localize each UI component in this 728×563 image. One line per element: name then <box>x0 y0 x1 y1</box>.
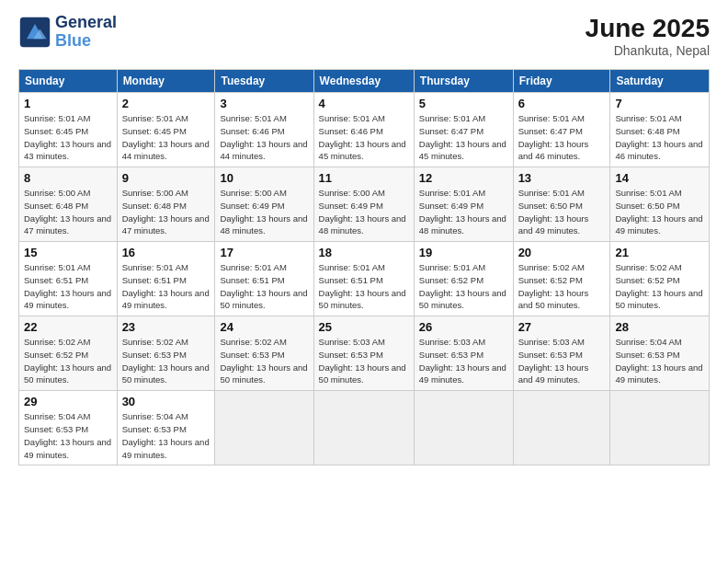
day-info: Sunrise: 5:01 AM Sunset: 6:48 PM Dayligh… <box>615 112 704 163</box>
header: General Blue June 2025 Dhankuta, Nepal <box>18 14 710 58</box>
day-number: 23 <box>122 320 210 334</box>
day-number: 8 <box>24 171 112 185</box>
col-wednesday: Wednesday <box>313 70 414 93</box>
day-info: Sunrise: 5:01 AM Sunset: 6:46 PM Dayligh… <box>319 112 409 163</box>
day-info: Sunrise: 5:02 AM Sunset: 6:53 PM Dayligh… <box>220 336 308 386</box>
day-info: Sunrise: 5:00 AM Sunset: 6:48 PM Dayligh… <box>24 187 112 237</box>
day-number: 10 <box>220 171 308 185</box>
day-number: 15 <box>24 246 112 259</box>
calendar-day: 4 Sunrise: 5:01 AM Sunset: 6:46 PM Dayli… <box>313 93 414 167</box>
day-number: 1 <box>24 97 112 110</box>
day-number: 4 <box>319 97 409 110</box>
col-sunday: Sunday <box>19 70 118 93</box>
page: General Blue June 2025 Dhankuta, Nepal S… <box>0 0 728 563</box>
day-number: 9 <box>122 171 210 185</box>
day-number: 7 <box>615 97 704 110</box>
day-info: Sunrise: 5:01 AM Sunset: 6:45 PM Dayligh… <box>122 112 210 163</box>
day-number: 28 <box>615 320 704 334</box>
calendar-week-row: 29 Sunrise: 5:04 AM Sunset: 6:53 PM Dayl… <box>19 391 710 465</box>
calendar-day: 2 Sunrise: 5:01 AM Sunset: 6:45 PM Dayli… <box>117 93 215 167</box>
day-number: 11 <box>319 171 409 185</box>
logo-line1: General <box>55 14 117 32</box>
day-number: 13 <box>518 171 606 185</box>
calendar-day: 26 Sunrise: 5:03 AM Sunset: 6:53 PM Dayl… <box>414 316 513 391</box>
title-block: June 2025 Dhankuta, Nepal <box>586 14 710 58</box>
calendar-day: 14 Sunrise: 5:01 AM Sunset: 6:50 PM Dayl… <box>610 167 710 242</box>
calendar-week-row: 15 Sunrise: 5:01 AM Sunset: 6:51 PM Dayl… <box>19 242 710 316</box>
day-info: Sunrise: 5:01 AM Sunset: 6:45 PM Dayligh… <box>24 112 112 163</box>
calendar-day: 6 Sunrise: 5:01 AM Sunset: 6:47 PM Dayli… <box>513 93 610 167</box>
calendar-day: 18 Sunrise: 5:01 AM Sunset: 6:51 PM Dayl… <box>313 242 414 316</box>
col-tuesday: Tuesday <box>215 70 313 93</box>
col-thursday: Thursday <box>414 70 513 93</box>
calendar-day: 21 Sunrise: 5:02 AM Sunset: 6:52 PM Dayl… <box>610 242 710 316</box>
calendar-day: 13 Sunrise: 5:01 AM Sunset: 6:50 PM Dayl… <box>513 167 610 242</box>
calendar-body: 1 Sunrise: 5:01 AM Sunset: 6:45 PM Dayli… <box>19 93 710 465</box>
calendar-day: 11 Sunrise: 5:00 AM Sunset: 6:49 PM Dayl… <box>313 167 414 242</box>
day-number: 22 <box>24 320 112 334</box>
day-number: 3 <box>220 97 308 110</box>
day-number: 14 <box>615 171 704 185</box>
col-friday: Friday <box>513 70 610 93</box>
day-info: Sunrise: 5:01 AM Sunset: 6:51 PM Dayligh… <box>319 261 409 312</box>
calendar-day: 23 Sunrise: 5:02 AM Sunset: 6:53 PM Dayl… <box>117 316 215 391</box>
calendar-day: 24 Sunrise: 5:02 AM Sunset: 6:53 PM Dayl… <box>215 316 313 391</box>
day-info: Sunrise: 5:00 AM Sunset: 6:48 PM Dayligh… <box>122 187 210 237</box>
day-info: Sunrise: 5:01 AM Sunset: 6:50 PM Dayligh… <box>615 187 704 237</box>
calendar-week-row: 22 Sunrise: 5:02 AM Sunset: 6:52 PM Dayl… <box>19 316 710 391</box>
calendar-day: 29 Sunrise: 5:04 AM Sunset: 6:53 PM Dayl… <box>19 391 118 465</box>
calendar-day: 3 Sunrise: 5:01 AM Sunset: 6:46 PM Dayli… <box>215 93 313 167</box>
calendar-day: 8 Sunrise: 5:00 AM Sunset: 6:48 PM Dayli… <box>19 167 118 242</box>
col-saturday: Saturday <box>610 70 710 93</box>
calendar-day: 5 Sunrise: 5:01 AM Sunset: 6:47 PM Dayli… <box>414 93 513 167</box>
calendar-day <box>215 391 313 465</box>
logo-icon <box>18 16 51 49</box>
day-number: 5 <box>419 97 508 110</box>
logo: General Blue <box>18 14 117 51</box>
day-number: 21 <box>615 246 704 259</box>
calendar-day: 15 Sunrise: 5:01 AM Sunset: 6:51 PM Dayl… <box>19 242 118 316</box>
day-info: Sunrise: 5:01 AM Sunset: 6:51 PM Dayligh… <box>24 261 112 312</box>
logo-line2: Blue <box>55 31 91 50</box>
day-number: 17 <box>220 246 308 259</box>
day-info: Sunrise: 5:01 AM Sunset: 6:47 PM Dayligh… <box>419 112 508 163</box>
calendar-day: 20 Sunrise: 5:02 AM Sunset: 6:52 PM Dayl… <box>513 242 610 316</box>
day-info: Sunrise: 5:01 AM Sunset: 6:47 PM Dayligh… <box>518 112 606 163</box>
calendar: Sunday Monday Tuesday Wednesday Thursday… <box>18 69 710 465</box>
day-number: 20 <box>518 246 606 259</box>
day-info: Sunrise: 5:04 AM Sunset: 6:53 PM Dayligh… <box>122 410 210 461</box>
day-number: 19 <box>419 246 508 259</box>
day-info: Sunrise: 5:03 AM Sunset: 6:53 PM Dayligh… <box>419 336 508 386</box>
calendar-day: 25 Sunrise: 5:03 AM Sunset: 6:53 PM Dayl… <box>313 316 414 391</box>
day-number: 30 <box>122 395 210 408</box>
day-info: Sunrise: 5:00 AM Sunset: 6:49 PM Dayligh… <box>319 187 409 237</box>
day-number: 2 <box>122 97 210 110</box>
calendar-day <box>513 391 610 465</box>
day-info: Sunrise: 5:03 AM Sunset: 6:53 PM Dayligh… <box>518 336 606 386</box>
calendar-header-row: Sunday Monday Tuesday Wednesday Thursday… <box>19 70 710 93</box>
day-info: Sunrise: 5:01 AM Sunset: 6:49 PM Dayligh… <box>419 187 508 237</box>
calendar-day: 30 Sunrise: 5:04 AM Sunset: 6:53 PM Dayl… <box>117 391 215 465</box>
day-info: Sunrise: 5:02 AM Sunset: 6:53 PM Dayligh… <box>122 336 210 386</box>
calendar-day <box>414 391 513 465</box>
day-number: 24 <box>220 320 308 334</box>
calendar-day: 16 Sunrise: 5:01 AM Sunset: 6:51 PM Dayl… <box>117 242 215 316</box>
calendar-week-row: 1 Sunrise: 5:01 AM Sunset: 6:45 PM Dayli… <box>19 93 710 167</box>
day-number: 27 <box>518 320 606 334</box>
day-info: Sunrise: 5:04 AM Sunset: 6:53 PM Dayligh… <box>24 410 112 461</box>
day-info: Sunrise: 5:00 AM Sunset: 6:49 PM Dayligh… <box>220 187 308 237</box>
day-number: 26 <box>419 320 508 334</box>
day-number: 25 <box>319 320 409 334</box>
day-info: Sunrise: 5:02 AM Sunset: 6:52 PM Dayligh… <box>518 261 606 312</box>
day-info: Sunrise: 5:01 AM Sunset: 6:52 PM Dayligh… <box>419 261 508 312</box>
day-info: Sunrise: 5:04 AM Sunset: 6:53 PM Dayligh… <box>615 336 704 386</box>
day-info: Sunrise: 5:01 AM Sunset: 6:50 PM Dayligh… <box>518 187 606 237</box>
calendar-day: 28 Sunrise: 5:04 AM Sunset: 6:53 PM Dayl… <box>610 316 710 391</box>
calendar-day: 1 Sunrise: 5:01 AM Sunset: 6:45 PM Dayli… <box>19 93 118 167</box>
day-number: 12 <box>419 171 508 185</box>
logo-text: General Blue <box>55 14 117 51</box>
calendar-day: 19 Sunrise: 5:01 AM Sunset: 6:52 PM Dayl… <box>414 242 513 316</box>
day-number: 18 <box>319 246 409 259</box>
day-info: Sunrise: 5:02 AM Sunset: 6:52 PM Dayligh… <box>24 336 112 386</box>
calendar-day <box>610 391 710 465</box>
